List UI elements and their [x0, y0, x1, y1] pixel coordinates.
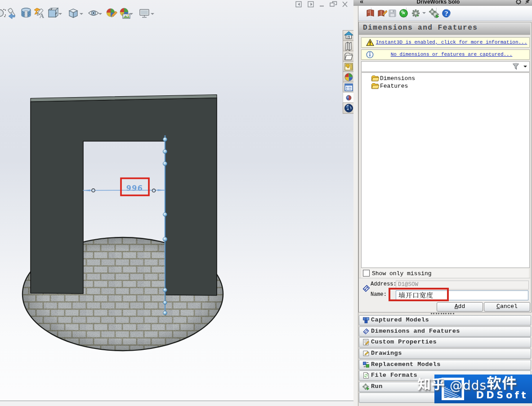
- show-only-missing-label: Show only missing: [372, 270, 432, 277]
- run-icon: [362, 383, 370, 390]
- previous-pane-icon[interactable]: [296, 2, 301, 7]
- panel-title-text: DriveWorks Solo: [358, 0, 519, 5]
- tree-item-features[interactable]: Features: [371, 83, 379, 90]
- show-only-missing-checkbox[interactable]: [363, 270, 370, 277]
- save-project-icon[interactable]: [388, 9, 397, 18]
- zhihu-user-cjk: [487, 375, 517, 393]
- view-orientation-icon[interactable]: [47, 7, 58, 21]
- address-label: Address:: [371, 281, 397, 287]
- svg-text:?: ?: [445, 10, 448, 17]
- dimension-996[interactable]: 996: [83, 184, 165, 193]
- dimensions-features-icon: [362, 328, 370, 335]
- cancel-button-label: Cancel: [484, 303, 530, 310]
- zhihu-user-latin: @dds: [445, 378, 487, 393]
- document-window-controls: [292, 1, 351, 8]
- home-icon: [343, 31, 354, 41]
- restore-icon[interactable]: [330, 2, 337, 7]
- add-button[interactable]: Add: [437, 302, 483, 312]
- dimension-handle-left[interactable]: [92, 189, 95, 192]
- accordion-label: Captured Models: [371, 317, 429, 323]
- zhihu-logo-text: [417, 377, 445, 393]
- dimensions-features-page: Dimensions and Features Instant3D is ena…: [358, 22, 532, 312]
- no-captures-notice: No dimensions or features are captured..…: [361, 49, 530, 60]
- accordion-label: Drawings: [371, 350, 402, 357]
- view-settings-icon[interactable]: [139, 7, 150, 21]
- driveworks-ball-icon: [343, 103, 354, 113]
- file-formats-icon: [362, 372, 370, 379]
- accordion-label: Custom Properties: [371, 339, 437, 345]
- power-icon[interactable]: [399, 9, 408, 18]
- capture-tree[interactable]: Dimensions Features: [361, 72, 530, 268]
- captured-models-icon: [362, 317, 370, 324]
- dimension-handle-right[interactable]: [152, 189, 155, 192]
- section-view-icon[interactable]: [20, 7, 32, 21]
- edit-appearance-icon[interactable]: [106, 7, 117, 21]
- settings-icon[interactable]: [411, 9, 420, 18]
- cancel-button[interactable]: Cancel: [484, 302, 530, 312]
- name-field-highlight-box: [389, 288, 449, 301]
- accordion-replacement-models[interactable]: Replacement Models: [359, 360, 531, 370]
- info-icon: [366, 51, 374, 58]
- hide-show-items-dropdown-icon[interactable]: [98, 13, 102, 15]
- filter-dropdown-icon[interactable]: [523, 66, 527, 67]
- panel-gear-icon[interactable]: [515, 0, 522, 5]
- task-pane-tab-strip: [343, 30, 355, 118]
- zoom-to-area-icon[interactable]: [6, 7, 18, 21]
- heads-up-view-toolbar: A: [0, 7, 207, 21]
- accordion-drawings[interactable]: Drawings: [359, 348, 531, 359]
- tab-home[interactable]: [343, 30, 355, 41]
- dimension-value[interactable]: 996: [126, 184, 143, 193]
- splitter-dots[interactable]: [353, 312, 532, 314]
- apply-scene-icon[interactable]: [119, 7, 130, 21]
- run-engine-icon[interactable]: [429, 8, 439, 18]
- display-style-dropdown-icon[interactable]: [80, 13, 83, 15]
- panel-left-edge: [353, 6, 358, 406]
- tree-item-dimensions[interactable]: Dimensions: [371, 75, 379, 83]
- apply-scene-dropdown-icon[interactable]: [130, 13, 133, 15]
- folder-icon: [371, 83, 379, 89]
- display-style-icon[interactable]: [67, 7, 79, 21]
- close-icon[interactable]: [343, 2, 347, 7]
- filter-funnel-icon[interactable]: [512, 63, 519, 70]
- tab-custom-properties[interactable]: [343, 82, 355, 93]
- custom-properties-list-icon: [343, 82, 354, 93]
- instant3d-notice: Instant3D is enabled, click for more inf…: [361, 37, 530, 48]
- tab-solidworks-forum[interactable]: [343, 92, 355, 103]
- no-captures-link[interactable]: No dimensions or features are captured..…: [375, 52, 528, 57]
- view-orientation-dropdown-icon[interactable]: [58, 13, 62, 15]
- tree-item-label: Dimensions: [380, 75, 415, 82]
- tab-design-library[interactable]: [343, 40, 355, 52]
- section-header: Dimensions and Features: [359, 22, 530, 35]
- folder-icon: [371, 75, 379, 82]
- tree-item-label: Features: [380, 83, 408, 89]
- annotations-icon[interactable]: A: [33, 7, 45, 21]
- accordion-label: Replacement Models: [371, 361, 441, 368]
- next-pane-icon[interactable]: [308, 2, 313, 7]
- accordion-dimensions-features[interactable]: Dimensions and Features: [359, 326, 531, 337]
- accordion-captured-models[interactable]: Captured Models: [359, 315, 531, 326]
- settings-dropdown-icon[interactable]: [422, 12, 426, 14]
- section-title: Dimensions and Features: [363, 24, 530, 32]
- tab-view-palette[interactable]: [343, 61, 355, 72]
- tab-file-explorer[interactable]: [343, 51, 355, 62]
- graphics-viewport[interactable]: 996: [0, 0, 353, 401]
- accordion-custom-properties[interactable]: Custom Properties: [359, 337, 531, 348]
- hide-show-items-icon[interactable]: [88, 7, 99, 21]
- panel-title-bar: « DriveWorks Solo: [353, 0, 532, 6]
- filter-input[interactable]: [361, 61, 530, 72]
- add-button-label: Add: [437, 303, 483, 310]
- drawings-icon: [362, 350, 370, 357]
- show-only-missing-row: Show only missing: [361, 268, 529, 278]
- edit-project-icon[interactable]: [377, 9, 387, 18]
- tab-driveworks[interactable]: [343, 103, 355, 114]
- panel-pin-icon[interactable]: [524, 0, 531, 5]
- tab-appearances[interactable]: [343, 71, 355, 83]
- instant3d-link[interactable]: Instant3D is enabled, click for more inf…: [375, 40, 528, 45]
- zoom-to-fit-icon[interactable]: [0, 7, 7, 21]
- model-scene: 996: [0, 0, 353, 401]
- view-settings-dropdown-icon[interactable]: [151, 13, 154, 15]
- help-icon[interactable]: ?: [442, 9, 451, 18]
- open-project-icon[interactable]: [366, 9, 375, 18]
- accordion-label: Dimensions and Features: [371, 328, 460, 335]
- zhihu-watermark: @dds: [417, 377, 517, 392]
